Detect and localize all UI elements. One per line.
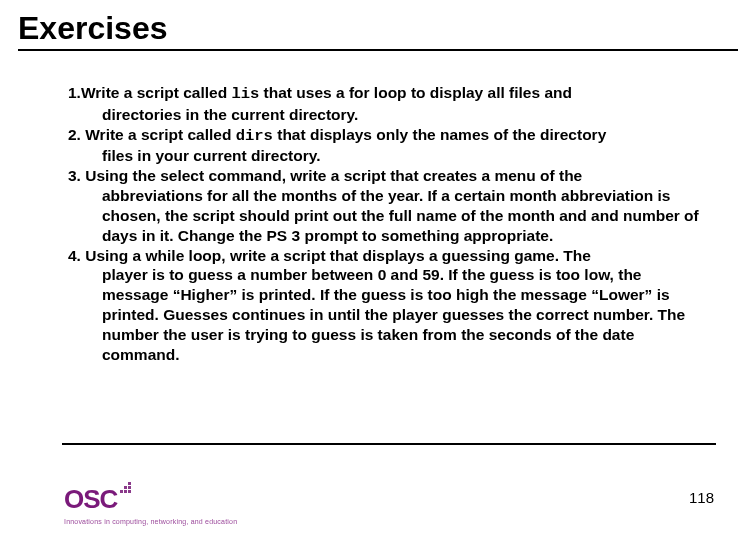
code-token: lis [231,85,259,103]
logo-tagline: Innovations in computing, networking, an… [64,518,237,525]
logo-dots-icon [120,482,134,500]
svg-rect-1 [124,490,127,493]
exercise-item: 1.Write a script called lis that uses a … [68,83,710,125]
logo-text: OSC [64,486,117,512]
item-text: Write a script called lis that uses a fo… [81,84,572,101]
item-text: Using a while loop, write a script that … [81,247,591,264]
item-continuation: directories in the current directory. [68,105,710,125]
exercise-item: 2. Write a script called dirs that displ… [68,125,710,167]
title-block: Exercises [18,10,738,51]
svg-rect-4 [128,486,131,489]
page-title: Exercises [18,10,738,47]
content: 1.Write a script called lis that uses a … [18,53,738,365]
exercise-item: 3. Using the select command, write a scr… [68,166,710,245]
title-rule [18,49,738,51]
footer-rule [62,443,716,445]
item-number: 2. [68,126,81,143]
logo: OSC [64,486,134,512]
svg-rect-5 [128,482,131,485]
code-token: dirs [236,127,273,145]
exercise-item: 4. Using a while loop, write a script th… [68,246,710,365]
page-number: 118 [689,489,714,506]
svg-rect-2 [124,486,127,489]
item-continuation: abbreviations for all the months of the … [68,186,710,245]
item-number: 1. [68,84,81,101]
slide: Exercises 1.Write a script called lis th… [0,0,756,540]
item-continuation: player is to guess a number between 0 an… [68,265,710,364]
svg-rect-3 [128,490,131,493]
item-text: Write a script called dirs that displays… [81,126,606,143]
item-number: 4. [68,247,81,264]
item-number: 3. [68,167,81,184]
svg-rect-0 [120,490,123,493]
item-continuation: files in your current directory. [68,146,710,166]
item-text: Using the select command, write a script… [81,167,582,184]
